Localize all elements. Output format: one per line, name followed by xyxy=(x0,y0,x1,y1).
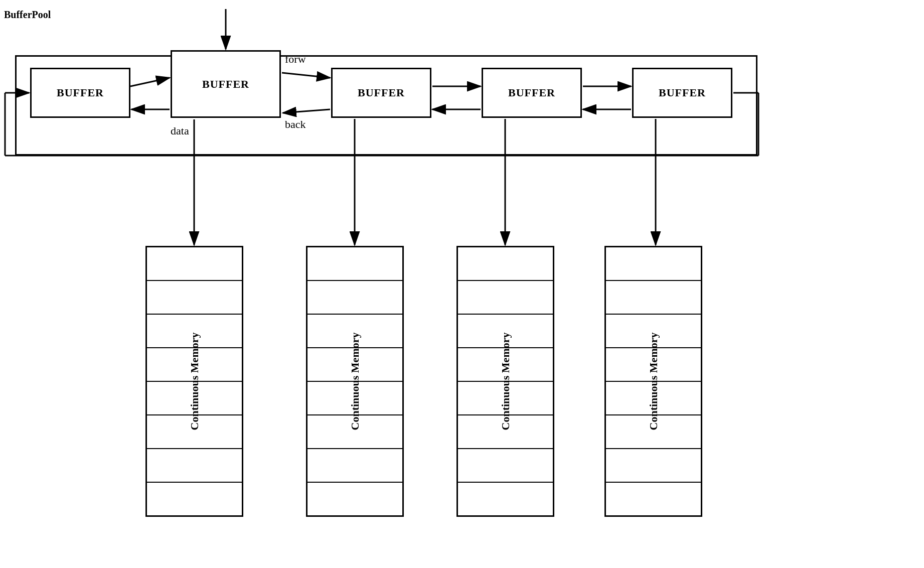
mem-row xyxy=(307,449,402,483)
buffer-1: BUFFER xyxy=(30,68,130,118)
mem-rows-1 xyxy=(147,247,242,515)
buffer-3: BUFFER xyxy=(331,68,431,118)
memory-box-1: Continuous Memory xyxy=(145,246,243,517)
mem-row xyxy=(458,449,553,483)
mem-row xyxy=(147,315,242,348)
mem-row xyxy=(307,315,402,348)
mem-row xyxy=(458,415,553,449)
mem-row xyxy=(458,483,553,515)
mem-row xyxy=(606,315,701,348)
mem-row xyxy=(458,247,553,281)
memory-box-3: Continuous Memory xyxy=(456,246,554,517)
mem-row xyxy=(606,247,701,281)
mem-row xyxy=(606,281,701,315)
mem-rows-2 xyxy=(307,247,402,515)
mem-row xyxy=(458,382,553,415)
mem-row xyxy=(458,281,553,315)
mem-row xyxy=(307,348,402,382)
mem-row xyxy=(606,483,701,515)
buffer-2: BUFFER xyxy=(171,50,281,118)
mem-row xyxy=(606,382,701,415)
mem-row xyxy=(147,281,242,315)
mem-row xyxy=(307,382,402,415)
bufferpool-label: BufferPool xyxy=(4,9,51,21)
buffer-4: BUFFER xyxy=(482,68,582,118)
mem-row xyxy=(307,247,402,281)
mem-row xyxy=(147,449,242,483)
mem-row xyxy=(147,415,242,449)
memory-box-4: Continuous Memory xyxy=(604,246,702,517)
mem-row xyxy=(606,415,701,449)
mem-row xyxy=(147,247,242,281)
mem-row xyxy=(147,382,242,415)
data-label: data xyxy=(171,124,189,137)
mem-row xyxy=(458,315,553,348)
mem-row xyxy=(307,483,402,515)
mem-row xyxy=(147,483,242,515)
mem-row xyxy=(606,348,701,382)
mem-row xyxy=(458,348,553,382)
mem-row xyxy=(307,415,402,449)
forw-label: forw xyxy=(285,53,306,66)
mem-row xyxy=(147,348,242,382)
buffer-5: BUFFER xyxy=(632,68,732,118)
mem-row xyxy=(606,449,701,483)
back-label: back xyxy=(285,118,306,131)
mem-rows-3 xyxy=(458,247,553,515)
memory-box-2: Continuous Memory xyxy=(306,246,404,517)
diagram: BufferPool BUFFER BUFFER BUFFER BUFFER B… xyxy=(0,0,924,568)
mem-rows-4 xyxy=(606,247,701,515)
mem-row xyxy=(307,281,402,315)
